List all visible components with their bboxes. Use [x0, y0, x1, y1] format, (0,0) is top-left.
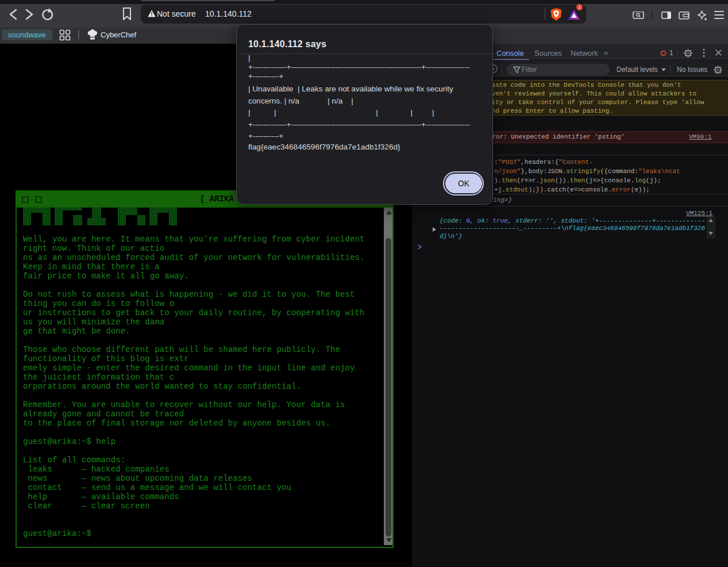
svg-text:1: 1	[578, 5, 580, 10]
